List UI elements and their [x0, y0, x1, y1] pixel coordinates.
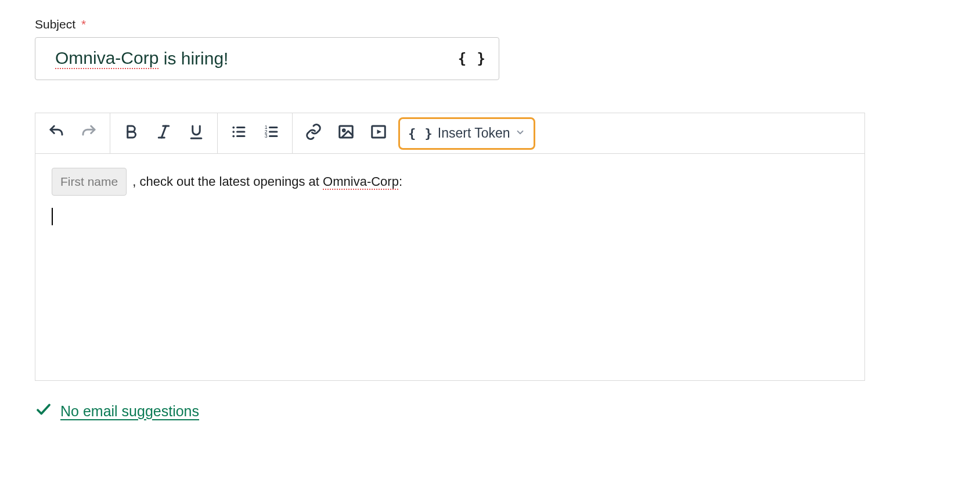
underline-button[interactable]: [180, 117, 212, 150]
svg-rect-16: [340, 126, 353, 138]
underline-icon: [188, 123, 205, 143]
chevron-down-icon: [515, 125, 525, 141]
link-button[interactable]: [297, 117, 330, 150]
braces-icon: { }: [408, 126, 433, 140]
bullet-list-icon: [230, 123, 247, 143]
body-line-1: First name , check out the latest openin…: [52, 168, 848, 196]
image-button[interactable]: [330, 117, 362, 150]
undo-icon: [48, 123, 65, 143]
check-icon: [35, 401, 52, 421]
toolbar-group-insert: { } Insert Token: [293, 113, 543, 153]
image-icon: [337, 123, 355, 143]
body-text-tail: :: [399, 174, 402, 189]
subject-rest-text: is hiring!: [158, 49, 228, 69]
token-chip-first-name[interactable]: First name: [52, 168, 127, 196]
subject-insert-token-button[interactable]: { }: [458, 51, 487, 67]
italic-icon: [155, 123, 172, 143]
editor-toolbar: 1 2 3: [35, 113, 864, 154]
braces-icon: { }: [458, 51, 487, 67]
link-icon: [305, 123, 322, 143]
subject-company-text: Omniva-Corp: [55, 48, 158, 69]
svg-point-17: [343, 129, 345, 132]
italic-button[interactable]: [147, 117, 180, 150]
svg-text:3: 3: [265, 133, 268, 139]
subject-label: Subject *: [35, 17, 945, 31]
toolbar-group-lists: 1 2 3: [218, 113, 293, 153]
bold-icon: [123, 123, 140, 143]
text-caret: [52, 208, 53, 225]
bold-button[interactable]: [115, 117, 147, 150]
subject-label-text: Subject: [35, 17, 75, 31]
bullet-list-button[interactable]: [222, 117, 255, 150]
svg-line-2: [161, 126, 166, 138]
redo-icon: [80, 123, 98, 143]
toolbar-group-history: [35, 113, 110, 153]
rich-text-editor: 1 2 3: [35, 113, 865, 381]
editor-body[interactable]: First name , check out the latest openin…: [35, 154, 864, 380]
toolbar-group-format: [110, 113, 218, 153]
body-line-2: [52, 204, 848, 228]
svg-point-5: [232, 131, 235, 133]
required-asterisk: *: [81, 17, 86, 31]
body-company-text: Omniva-Corp: [323, 174, 399, 190]
numbered-list-button[interactable]: 1 2 3: [255, 117, 287, 150]
subject-field-wrap: Omniva-Corp is hiring! { }: [35, 37, 499, 80]
redo-button[interactable]: [73, 117, 105, 150]
subject-input[interactable]: Omniva-Corp is hiring!: [35, 37, 499, 80]
svg-point-6: [232, 135, 235, 138]
insert-token-button[interactable]: { } Insert Token: [398, 117, 535, 150]
video-icon: [370, 123, 387, 143]
video-button[interactable]: [362, 117, 395, 150]
numbered-list-icon: 1 2 3: [262, 123, 280, 143]
body-text-mid: , check out the latest openings at: [129, 174, 323, 189]
svg-point-4: [232, 127, 235, 129]
insert-token-label: Insert Token: [438, 125, 510, 141]
no-email-suggestions-link[interactable]: No email suggestions: [60, 403, 199, 420]
svg-marker-19: [377, 129, 382, 134]
email-suggestions-row: No email suggestions: [35, 401, 945, 421]
undo-button[interactable]: [40, 117, 73, 150]
